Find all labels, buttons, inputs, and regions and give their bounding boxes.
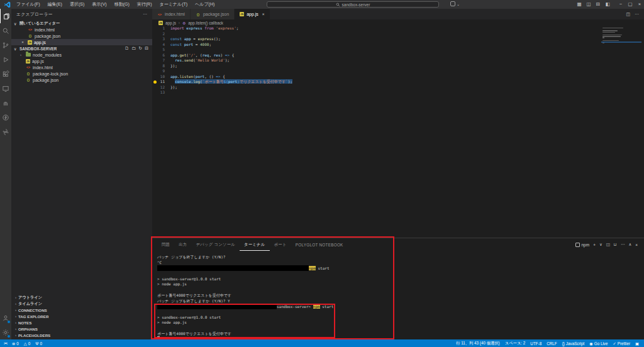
menu-item[interactable]: 表示(V) (89, 0, 109, 9)
panel-tab[interactable]: ターミナル (240, 238, 270, 251)
tree-item[interactable]: JSapp.js (11, 58, 152, 64)
account-icon[interactable] (0, 311, 11, 325)
menu-item[interactable]: 選択(S) (67, 0, 87, 9)
breadcrumb-symbol: app.listen() callback (188, 21, 223, 25)
editor-tab[interactable]: {}package.json (191, 9, 235, 19)
status-item[interactable]: CRLF (544, 339, 559, 347)
terminal-icon (575, 243, 580, 247)
line-number: 5 (152, 47, 165, 53)
sidebar-section-タイムライン[interactable]: ›タイムライン (11, 300, 152, 307)
split-editor-icon[interactable]: ◫ (626, 12, 630, 17)
settings-gear-icon[interactable] (0, 325, 11, 339)
new-folder-icon[interactable]: 🗀 (131, 46, 136, 51)
close-icon[interactable]: × (635, 0, 644, 9)
status-item-broadcast[interactable]: ◉Go Live (587, 339, 610, 347)
lightbulb-icon[interactable] (153, 80, 157, 84)
search-icon (336, 3, 340, 7)
refresh-icon[interactable]: ↻ (138, 46, 142, 51)
more-actions-icon[interactable]: ⋯ (621, 242, 625, 247)
code-editor[interactable]: 1import express from 'express';23const a… (152, 26, 644, 238)
menu-item[interactable]: ファイル(F) (13, 0, 43, 9)
breadcrumb[interactable]: JS app.js › ⚙ app.listen() callback (152, 19, 644, 26)
editor-tab[interactable]: <>index.html (152, 9, 191, 19)
menu-item[interactable]: 実行(R) (134, 0, 155, 9)
status-item-warnings[interactable]: △0 (21, 339, 33, 347)
python-icon[interactable] (0, 124, 11, 139)
sidebar-more-actions-icon[interactable]: ⋯ (143, 12, 147, 17)
more-actions-icon[interactable]: ⋯ (635, 12, 639, 17)
status-item[interactable]: UTF-8 (528, 339, 544, 347)
toggle-primary-sidebar-icon[interactable]: ◫ (584, 0, 593, 9)
code-line: 3const app = express(); (152, 36, 644, 42)
status-item-braces[interactable]: {}JavaScript (560, 339, 587, 347)
minimap[interactable] (602, 28, 641, 45)
run-debug-icon[interactable] (0, 52, 11, 67)
copilot-menu[interactable]: ⌄ (450, 1, 460, 6)
braces-icon: {} (562, 341, 565, 346)
split-terminal-icon[interactable]: ◫ (606, 242, 610, 247)
editor-tab[interactable]: JSapp.js× (235, 9, 270, 19)
maximize-panel-icon[interactable]: ∧ (628, 242, 631, 247)
new-terminal-icon[interactable]: + (593, 243, 596, 247)
collapse-all-icon[interactable]: ⊟ (145, 46, 148, 51)
sidebar-section-placeholders[interactable]: ›PLACEHOLDERS (11, 332, 152, 338)
tree-item[interactable]: <>index.html (11, 64, 152, 70)
terminal-profile[interactable]: npm (575, 243, 589, 247)
open-editor-item[interactable]: {}package.json (11, 33, 152, 39)
status-item-remote[interactable]: >< (1, 339, 9, 347)
new-file-icon[interactable]: 🗋 (125, 46, 129, 51)
close-icon[interactable]: × (262, 12, 265, 16)
maximize-icon[interactable]: ▢ (626, 0, 635, 9)
panel-tab[interactable]: デバッグ コンソール (191, 238, 240, 251)
minimize-icon[interactable]: − (616, 0, 625, 9)
sidebar-section-connections[interactable]: ›CONNECTIONS (11, 307, 152, 313)
source-control-icon[interactable] (0, 38, 11, 52)
command-center-search[interactable]: sandbox-server (267, 1, 439, 8)
chevron-down-icon: ∨ (14, 47, 18, 51)
menu-item[interactable]: ターミナル(T) (156, 0, 191, 9)
sidebar-bottom-sections: ›アウトライン›タイムライン›CONNECTIONS›TAG EXPLORER›… (11, 294, 152, 339)
sidebar-title: エクスプローラー (16, 11, 53, 18)
kill-terminal-icon[interactable]: ⊔ (614, 242, 617, 247)
files-icon[interactable] (0, 9, 11, 23)
panel-tab[interactable]: 出力 (174, 238, 191, 251)
open-editor-item[interactable]: ×JSapp.js (11, 39, 152, 45)
search-icon[interactable] (0, 23, 11, 38)
open-editor-item[interactable]: <>index.html (11, 26, 152, 33)
broadcast-icon: ◉ (589, 341, 593, 346)
toggle-secondary-sidebar-icon[interactable]: ◧ (603, 0, 612, 9)
menu-item[interactable]: ヘルプ(H) (192, 0, 218, 9)
customize-layout-icon[interactable]: ▦ (575, 0, 584, 9)
remote-explorer-icon[interactable] (0, 81, 11, 96)
project-section-header[interactable]: ∨SANDBOX-SERVER🗋🗀↻⊟ (11, 45, 152, 52)
toggle-panel-icon[interactable]: ⊟ (594, 0, 602, 9)
tree-item[interactable]: {}package.json (11, 77, 152, 83)
tree-item[interactable]: {}package-lock.json (11, 70, 152, 77)
sidebar-section-orphans[interactable]: ›ORPHANS (11, 326, 152, 332)
status-item[interactable]: スペース: 2 (502, 339, 528, 347)
tree-item[interactable]: ›node_modules (11, 52, 152, 58)
sidebar-section-アウトライン[interactable]: ›アウトライン (11, 294, 152, 300)
thunder-client-icon[interactable] (0, 110, 11, 124)
close-panel-icon[interactable]: × (635, 243, 638, 247)
live-server-icon[interactable] (0, 96, 11, 110)
line-number: 13 (152, 90, 165, 96)
panel-tab[interactable]: ポート (270, 238, 291, 251)
menu-bar: ファイル(F)編集(E)選択(S)表示(V)移動(G)実行(R)ターミナル(T)… (13, 0, 218, 9)
status-item-ports[interactable]: Ψ0 (33, 339, 45, 347)
sidebar-section-tag-explorer[interactable]: ›TAG EXPLORER (11, 313, 152, 319)
menu-item[interactable]: 編集(E) (45, 0, 65, 9)
status-item-errors[interactable]: ⊗0 (9, 339, 21, 347)
open-editors-header[interactable]: ∨開いているエディター (11, 20, 152, 26)
terminal-dropdown-icon[interactable]: ∨ (599, 242, 602, 247)
terminal[interactable]: バッチ ジョブを終了しますか (Y/N)? ^Cnpm start > sand… (152, 251, 644, 342)
status-item[interactable]: 行 11、列 43 (40 個選択) (453, 339, 502, 347)
status-item-feedback[interactable]: ▣ (633, 339, 641, 347)
sidebar-section-notes[interactable]: ›NOTES (11, 319, 152, 326)
menu-item[interactable]: 移動(G) (111, 0, 133, 9)
extensions-icon[interactable] (0, 67, 11, 81)
panel-tab[interactable]: 問題 (157, 238, 174, 251)
panel-tab[interactable]: POLYGLOT NOTEBOOK (291, 238, 348, 251)
status-item-check[interactable]: ✓Prettier (610, 339, 633, 347)
close-icon[interactable]: × (20, 40, 25, 44)
